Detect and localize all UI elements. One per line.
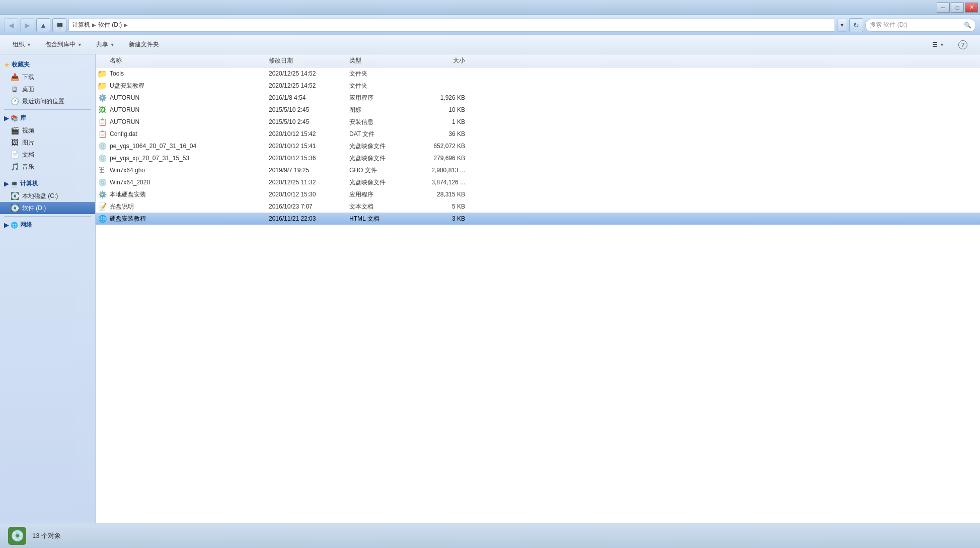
table-row[interactable]: 📋 AUTORUN 2015/5/10 2:45 安装信息 1 KB [96,116,980,128]
table-row[interactable]: 📁 U盘安装教程 2020/12/25 14:52 文件夹 [96,80,980,92]
organize-arrow: ▼ [27,42,31,47]
file-type: 图标 [349,106,415,114]
file-type: 文件夹 [349,70,415,78]
videos-icon: 🎬 [10,126,19,135]
file-size: 3 KB [415,215,475,222]
table-row[interactable]: 💿 pe_yqs_xp_20_07_31_15_53 2020/10/12 15… [96,152,980,164]
documents-icon: 📄 [10,150,19,159]
favorites-label: 收藏夹 [12,60,30,69]
file-size: 652,072 KB [415,143,475,150]
breadcrumb-computer[interactable]: 计算机 [72,21,90,29]
downloads-icon: 📥 [10,73,19,82]
back-button[interactable]: ◀ [4,18,18,32]
sidebar-item-d-drive[interactable]: 💽 软件 (D:) [0,202,95,214]
divider-3 [4,216,91,217]
file-name: 💿 Win7x64_2020 [98,178,269,187]
table-row[interactable]: ⚙️ 本地硬盘安装 2020/10/12 15:30 应用程序 28,315 K… [96,188,980,200]
sidebar-item-music[interactable]: 🎵 音乐 [0,161,95,173]
share-label: 共享 [96,40,108,49]
file-date: 2016/11/21 22:03 [269,215,349,222]
search-placeholder: 搜索 软件 (D:) [870,21,908,29]
file-type: 光盘映像文件 [349,142,415,151]
view-dropdown-arrow: ▼ [940,42,944,47]
status-icon: 💿 [8,527,26,545]
file-type-icon: ⚙️ [98,93,107,102]
sidebar-item-recent[interactable]: 🕐 最近访问的位置 [0,95,95,107]
search-icon[interactable]: 🔍 [964,22,971,29]
sidebar-item-c-drive[interactable]: 💽 本地磁盘 (C:) [0,190,95,202]
sidebar-header-network[interactable]: ▶ 🌐 网络 [0,219,95,231]
file-size: 2,900,813 ... [415,167,475,174]
sidebar-item-downloads[interactable]: 📥 下载 [0,71,95,83]
file-type: 光盘映像文件 [349,178,415,187]
col-header-type[interactable]: 类型 [349,56,415,65]
table-row[interactable]: 🗜 Win7x64.gho 2019/9/7 19:25 GHO 文件 2,90… [96,164,980,176]
table-row[interactable]: 📋 Config.dat 2020/10/12 15:42 DAT 文件 36 … [96,128,980,140]
sidebar-header-computer[interactable]: ▶ 💻 计算机 [0,177,95,190]
file-type-icon: 🗜 [98,166,107,175]
view-button[interactable]: ☰ ▼ [926,37,951,52]
file-size: 1 KB [415,118,475,125]
file-name: 🌐 硬盘安装教程 [98,214,269,223]
sidebar-item-pictures[interactable]: 🖼 图片 [0,136,95,149]
new-folder-button[interactable]: 新建文件夹 [122,37,166,52]
library-icon: 📚 [11,115,18,122]
file-size: 279,696 KB [415,155,475,162]
file-date: 2019/9/7 19:25 [269,167,349,174]
window-controls: ─ □ ✕ [937,3,978,13]
close-button[interactable]: ✕ [965,3,978,13]
column-headers: 名称 修改日期 类型 大小 [96,54,980,67]
file-size: 5 KB [415,203,475,210]
breadcrumb-drive[interactable]: 软件 (D:) [98,21,122,29]
address-dropdown-button[interactable]: ▼ [837,19,847,32]
table-row[interactable]: 📁 Tools 2020/12/25 14:52 文件夹 [96,67,980,80]
table-row[interactable]: 🖼 AUTORUN 2015/5/10 2:45 图标 10 KB [96,104,980,116]
sidebar-item-documents[interactable]: 📄 文档 [0,149,95,161]
file-name: 📝 光盘说明 [98,202,269,211]
sidebar-item-desktop[interactable]: 🖥 桌面 [0,83,95,95]
d-drive-icon: 💽 [10,203,19,213]
computer-icon: 💻 [11,180,18,187]
maximize-button[interactable]: □ [951,3,964,13]
share-button[interactable]: 共享 ▼ [90,37,121,52]
file-size: 1,926 KB [415,94,475,101]
file-list: 📁 Tools 2020/12/25 14:52 文件夹 📁 U盘安装教程 20… [96,67,980,523]
minimize-button[interactable]: ─ [937,3,950,13]
organize-button[interactable]: 组织 ▼ [6,37,38,52]
divider-2 [4,175,91,175]
help-icon: ? [958,40,967,49]
col-header-date[interactable]: 修改日期 [269,56,349,65]
breadcrumb[interactable]: 计算机 ▶ 软件 (D:) ▶ [68,19,835,32]
sidebar-header-library[interactable]: ▶ 📚 库 [0,112,95,124]
file-name: 🖼 AUTORUN [98,105,269,114]
sidebar-section-network: ▶ 🌐 网络 [0,219,95,231]
table-row[interactable]: 💿 pe_yqs_1064_20_07_31_16_04 2020/10/12 … [96,140,980,152]
recent-icon: 🕐 [10,97,19,106]
table-row[interactable]: 🌐 硬盘安装教程 2016/11/21 22:03 HTML 文档 3 KB [96,213,980,225]
help-button[interactable]: ? [952,37,974,52]
sidebar-header-favorites[interactable]: ★ 收藏夹 [0,58,95,71]
file-type-icon: 📁 [98,69,107,78]
file-name: 📋 Config.dat [98,129,269,139]
up-button[interactable]: ▲ [36,18,50,32]
file-type-icon: 🌐 [98,214,107,223]
table-row[interactable]: 📝 光盘说明 2016/10/23 7:07 文本文档 5 KB [96,200,980,213]
col-header-size[interactable]: 大小 [415,56,475,65]
table-row[interactable]: ⚙️ AUTORUN 2016/1/8 4:54 应用程序 1,926 KB [96,92,980,104]
file-size: 28,315 KB [415,191,475,198]
sidebar-item-videos[interactable]: 🎬 视频 [0,124,95,136]
forward-button[interactable]: ▶ [20,18,34,32]
table-row[interactable]: 💿 Win7x64_2020 2020/12/25 11:32 光盘映像文件 3… [96,176,980,188]
search-bar[interactable]: 搜索 软件 (D:) 🔍 [865,19,976,32]
refresh-button[interactable]: ↻ [849,18,863,32]
file-type: GHO 文件 [349,166,415,175]
file-name: 📁 U盘安装教程 [98,81,269,90]
file-type-icon: ⚙️ [98,190,107,199]
include-library-button[interactable]: 包含到库中 ▼ [39,37,89,52]
include-library-label: 包含到库中 [45,40,76,49]
file-name: 💿 pe_yqs_xp_20_07_31_15_53 [98,154,269,163]
file-name: 📁 Tools [98,69,269,78]
new-folder-label: 新建文件夹 [129,40,159,49]
file-type: 光盘映像文件 [349,154,415,163]
col-header-name[interactable]: 名称 [98,56,269,65]
